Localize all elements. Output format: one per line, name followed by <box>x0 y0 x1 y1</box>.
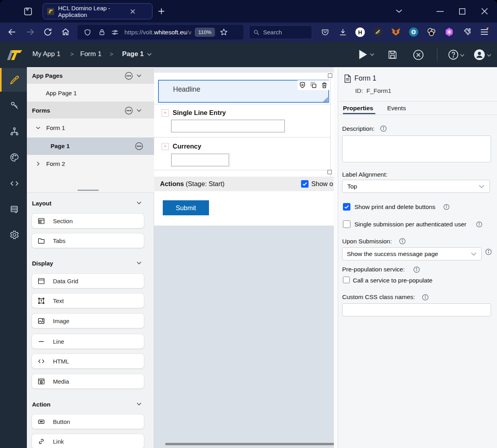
preview-play-button[interactable] <box>358 49 368 60</box>
upon-submission-outer-info-icon[interactable] <box>485 248 492 255</box>
back-icon[interactable] <box>7 27 17 37</box>
reload-icon[interactable] <box>43 27 53 37</box>
canvas-resize-handle-bottom[interactable] <box>328 170 332 174</box>
account-chevron-icon[interactable] <box>487 54 491 57</box>
forms-overflow-icon[interactable] <box>124 106 133 115</box>
description-info-icon[interactable] <box>380 125 387 132</box>
show-print-delete-checkbox[interactable] <box>343 203 350 211</box>
zoom-level-badge[interactable]: 110% <box>195 28 215 37</box>
single-submission-checkbox[interactable] <box>343 220 350 228</box>
code-icon[interactable] <box>9 179 19 188</box>
extension-h-icon[interactable]: H <box>355 27 365 37</box>
url-bar[interactable]: https://volt.whitesoft.eu/v 110% <box>77 25 243 40</box>
tab-list-chevron-icon[interactable] <box>395 8 403 14</box>
search-input[interactable]: Search <box>249 25 312 39</box>
form-2-expand-chevron-icon[interactable] <box>36 161 40 166</box>
submit-button[interactable]: Submit <box>163 200 209 215</box>
palette-item-image[interactable]: Image <box>32 313 144 328</box>
canvas-resize-handle-top[interactable] <box>328 73 332 78</box>
upon-submission-info-icon[interactable] <box>399 238 406 245</box>
palette-item-button[interactable]: Button <box>32 414 144 429</box>
services-icon[interactable] <box>9 205 19 215</box>
show-toggle-checkbox[interactable] <box>301 180 309 188</box>
account-button[interactable] <box>473 49 486 61</box>
help-chevron-icon[interactable] <box>460 54 465 57</box>
form-1-expand-chevron-icon[interactable] <box>36 126 41 130</box>
workflow-icon[interactable] <box>9 126 19 136</box>
breadcrumb-page[interactable]: Page 1 <box>122 50 144 58</box>
key-icon[interactable] <box>9 100 19 110</box>
extension-spheres-icon[interactable] <box>427 27 436 37</box>
label-alignment-select[interactable]: Top <box>342 180 490 193</box>
forward-icon[interactable] <box>25 27 35 37</box>
page-1-overflow-icon[interactable] <box>135 142 143 151</box>
currency-label[interactable]: Currency <box>173 143 201 150</box>
browser-tab[interactable]: HCL Domino Leap - Application <box>43 3 152 19</box>
palette-item-line[interactable]: Line <box>32 334 144 349</box>
palette-item-media[interactable]: Media <box>32 374 144 389</box>
tracking-shield-icon[interactable] <box>84 28 91 36</box>
panel-resize-handle[interactable] <box>77 190 99 191</box>
custom-css-info-icon[interactable] <box>422 294 429 301</box>
tab-close-icon[interactable] <box>130 9 136 14</box>
preview-chevron-icon[interactable] <box>370 53 375 56</box>
single-line-entry-input[interactable] <box>171 120 285 132</box>
prepopulation-info-icon[interactable] <box>413 266 420 273</box>
custom-css-input[interactable] <box>342 303 491 316</box>
window-minimize-button[interactable] <box>436 11 444 12</box>
show-print-delete-label[interactable]: Show print and delete buttons <box>354 203 435 211</box>
required-toggle-single-line[interactable]: * <box>162 109 169 117</box>
tab-properties[interactable]: Properties <box>343 105 373 112</box>
palette-item-tabs[interactable]: Tabs <box>32 233 144 248</box>
widget-resize-triangle[interactable] <box>323 97 328 102</box>
help-button[interactable] <box>448 49 459 60</box>
widget-delete-icon[interactable] <box>321 81 328 89</box>
app-pages-collapse-chevron-icon[interactable] <box>136 74 142 78</box>
forms-collapse-chevron-icon[interactable] <box>136 109 142 113</box>
extension-purple-hex-icon[interactable] <box>444 27 454 37</box>
upon-submission-select[interactable]: Show the success message page <box>342 247 482 260</box>
display-collapse-chevron-icon[interactable] <box>136 261 142 265</box>
currency-input[interactable] <box>171 154 229 166</box>
prepopulate-label[interactable]: Call a service to pre-populate <box>353 277 433 284</box>
bookmark-star-icon[interactable] <box>220 28 228 36</box>
pocket-icon[interactable] <box>321 28 329 37</box>
prepopulate-checkbox[interactable] <box>343 277 350 283</box>
new-tab-button[interactable] <box>157 7 166 15</box>
settings-gear-icon[interactable] <box>9 230 19 240</box>
extension-metamask-icon[interactable] <box>391 27 401 36</box>
palette-item-html[interactable]: HTML <box>32 354 144 369</box>
tab-events[interactable]: Events <box>387 105 406 112</box>
show-print-delete-info-icon[interactable] <box>443 204 450 210</box>
firefox-view-icon[interactable] <box>23 6 33 17</box>
headline-text[interactable]: Headline <box>173 85 200 94</box>
downloads-icon[interactable] <box>339 28 347 37</box>
paintbrush-icon[interactable] <box>9 75 20 85</box>
widget-rules-icon[interactable] <box>299 81 306 89</box>
palette-item-data-grid[interactable]: Data Grid <box>32 273 144 288</box>
single-submission-info-icon[interactable] <box>476 221 482 228</box>
extension-ghostery-icon[interactable] <box>373 27 383 37</box>
description-textarea[interactable] <box>342 136 491 162</box>
breadcrumb-form[interactable]: Form 1 <box>80 50 102 58</box>
theme-palette-icon[interactable] <box>9 152 19 162</box>
menu-hamburger-icon[interactable] <box>480 27 489 37</box>
close-app-button[interactable] <box>412 49 424 61</box>
required-toggle-currency[interactable]: * <box>162 143 169 150</box>
layout-collapse-chevron-icon[interactable] <box>136 201 142 205</box>
breadcrumb-chevron-icon[interactable] <box>147 53 152 56</box>
panel-splitter[interactable] <box>334 67 338 448</box>
app-pages-overflow-icon[interactable] <box>124 72 133 80</box>
permissions-icon[interactable] <box>111 29 119 36</box>
widget-copy-icon[interactable] <box>310 81 317 89</box>
extensions-puzzle-icon[interactable] <box>463 27 472 36</box>
palette-item-link[interactable]: Link <box>32 434 144 448</box>
save-button[interactable] <box>387 49 398 60</box>
palette-item-text[interactable]: Text <box>32 293 144 308</box>
home-icon[interactable] <box>61 27 70 37</box>
palette-item-section[interactable]: Section <box>32 213 144 228</box>
lock-icon[interactable] <box>98 28 105 36</box>
single-line-entry-label[interactable]: Single Line Entry <box>173 109 226 117</box>
extension-blue-plus-icon[interactable] <box>409 27 418 37</box>
window-maximize-button[interactable] <box>458 8 466 15</box>
